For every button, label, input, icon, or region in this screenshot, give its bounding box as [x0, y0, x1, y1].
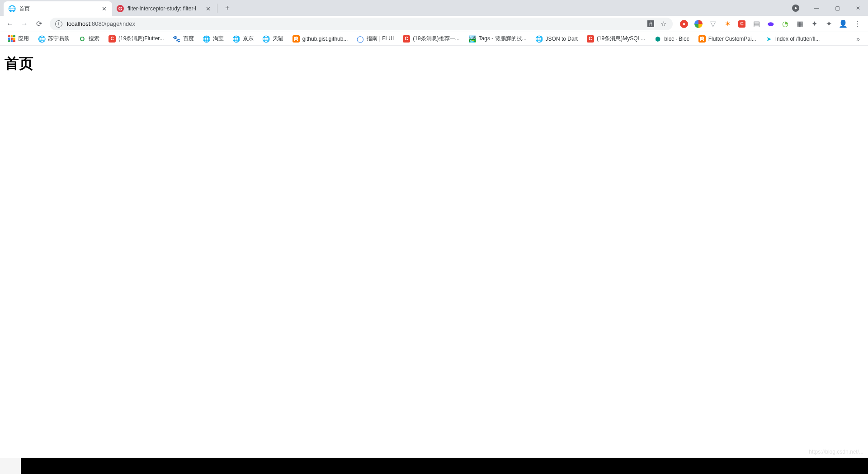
- bookmark-star-icon[interactable]: ☆: [659, 20, 667, 28]
- bookmark-apps[interactable]: 应用: [5, 33, 33, 44]
- bookmark-item[interactable]: 🏞️ Tags - 贾鹏辉的技...: [465, 33, 530, 44]
- bookmark-label: 百度: [183, 35, 194, 43]
- bookmark-label: Tags - 贾鹏辉的技...: [479, 35, 527, 43]
- extension-icon[interactable]: ▽: [709, 20, 717, 28]
- taskbar-start[interactable]: [0, 458, 21, 474]
- extension-icon[interactable]: ●: [680, 20, 688, 28]
- maximize-button[interactable]: ▢: [831, 2, 844, 14]
- bookmark-item[interactable]: 🐾 百度: [170, 33, 198, 44]
- bookmark-item[interactable]: 🌐 京东: [229, 33, 257, 44]
- globe-icon: 🌐: [233, 35, 240, 43]
- extension-icon[interactable]: C: [738, 20, 746, 28]
- bookmark-item[interactable]: O 搜索: [75, 33, 103, 44]
- extension-icon[interactable]: ⬬: [767, 20, 775, 28]
- globe-icon: 🌐: [203, 35, 210, 43]
- globe-icon: 🌐: [536, 35, 543, 43]
- csdn-icon: C: [108, 35, 116, 43]
- tags-icon: 🏞️: [469, 35, 476, 43]
- tab-inactive[interactable]: G filter-interceptor-study: filter-i ✕: [112, 1, 216, 16]
- bookmark-item[interactable]: ➤ Index of /flutter/fl...: [762, 33, 824, 44]
- bookmark-label: 京东: [243, 35, 254, 43]
- extensions-area: ● ▽ ✶ C ▤ ⬬ ◔ ▦ ✦ ✦ 👤 ⋮: [677, 20, 864, 28]
- watermark: https://blog.csdn.net/...: [809, 449, 863, 455]
- bookmark-item[interactable]: 🌐 JSON to Dart: [532, 33, 581, 44]
- bookmarks-overflow-button[interactable]: »: [853, 33, 863, 44]
- minimize-button[interactable]: —: [810, 2, 823, 14]
- tab-title: filter-interceptor-study: filter-i: [127, 5, 201, 12]
- bookmark-label: 搜索: [89, 35, 99, 43]
- flui-icon: ◯: [357, 35, 364, 43]
- extension-icon[interactable]: ✦: [810, 20, 818, 28]
- bookmark-item[interactable]: C (19条消息)MySQL...: [583, 33, 649, 44]
- bookmark-label: (19条消息)Flutter...: [118, 35, 164, 43]
- search-icon: O: [79, 35, 86, 43]
- globe-icon: 🌐: [8, 5, 15, 12]
- bookmark-label: github.gist.github...: [302, 36, 348, 42]
- bookmark-label: 指南 | FLUI: [367, 35, 394, 43]
- back-button[interactable]: ←: [4, 18, 16, 30]
- extension-icon[interactable]: ◔: [781, 20, 789, 28]
- bookmark-item[interactable]: C (19条消息)推荐一...: [399, 33, 463, 44]
- url-text: localhost:8080/page/index: [67, 20, 642, 27]
- bookmark-item[interactable]: 簡 Flutter CustomPai...: [695, 33, 760, 44]
- extension-icon[interactable]: ▦: [796, 20, 804, 28]
- reload-button[interactable]: ⟳: [33, 18, 45, 30]
- bookmark-item[interactable]: C (19条消息)Flutter...: [105, 33, 168, 44]
- bookmark-label: Flutter CustomPai...: [708, 36, 756, 42]
- bookmark-item[interactable]: ◯ 指南 | FLUI: [353, 33, 397, 44]
- bookmark-label: 应用: [18, 35, 29, 43]
- github-icon: 簡: [292, 35, 300, 43]
- csdn-icon: C: [587, 35, 594, 43]
- toolbar: ← → ⟳ i localhost:8080/page/index 🅰 ☆ ● …: [0, 16, 868, 32]
- bookmark-item[interactable]: 簡 github.gist.github...: [289, 33, 352, 44]
- page-content: 首页: [0, 46, 868, 82]
- bookmark-item[interactable]: ⬢ bloc · Bloc: [651, 33, 693, 44]
- window-controls: ● — ▢ ✕: [789, 0, 864, 16]
- bookmark-label: 苏宁易购: [48, 35, 70, 43]
- extension-icon[interactable]: ▤: [752, 20, 760, 28]
- taskbar: [0, 458, 868, 474]
- globe-icon: 🌐: [263, 35, 270, 43]
- extension-icon[interactable]: ✶: [723, 20, 731, 28]
- bookmark-item[interactable]: 🌐 淘宝: [199, 33, 227, 44]
- translate-icon[interactable]: 🅰: [646, 20, 655, 28]
- tab-strip: 🌐 首页 ✕ G filter-interceptor-study: filte…: [0, 0, 868, 16]
- bookmark-label: (19条消息)推荐一...: [413, 35, 459, 43]
- bloc-icon: ⬢: [654, 35, 661, 43]
- close-icon[interactable]: ✕: [100, 5, 108, 12]
- globe-icon: 🌐: [38, 35, 45, 43]
- bookmark-label: (19条消息)MySQL...: [597, 35, 645, 43]
- bookmark-label: 天猫: [273, 35, 283, 43]
- index-icon: ➤: [765, 35, 773, 43]
- baidu-icon: 🐾: [173, 35, 180, 43]
- bookmarks-bar: 应用 🌐 苏宁易购 O 搜索 C (19条消息)Flutter... 🐾 百度 …: [0, 32, 868, 46]
- close-icon[interactable]: ✕: [204, 5, 212, 12]
- favicon-red-icon: G: [117, 5, 124, 12]
- page-title: 首页: [5, 54, 863, 74]
- window-close-button[interactable]: ✕: [852, 2, 864, 14]
- extensions-puzzle-icon[interactable]: ✦: [825, 20, 833, 28]
- tab-title: 首页: [19, 5, 97, 13]
- bookmark-label: Index of /flutter/fl...: [775, 36, 820, 42]
- bookmark-label: bloc · Bloc: [664, 36, 689, 42]
- csdn-icon: C: [403, 35, 410, 43]
- new-tab-button[interactable]: ＋: [221, 2, 234, 14]
- apps-grid-icon: [8, 35, 15, 43]
- tab-active[interactable]: 🌐 首页 ✕: [4, 1, 112, 16]
- tab-separator: [217, 4, 217, 13]
- site-icon: 簡: [698, 35, 706, 43]
- bookmark-label: JSON to Dart: [546, 36, 578, 42]
- address-bar[interactable]: i localhost:8080/page/index 🅰 ☆: [50, 18, 673, 30]
- chrome-menu-icon[interactable]: ⋮: [854, 20, 862, 28]
- profile-avatar-icon[interactable]: 👤: [839, 20, 847, 28]
- extension-icon[interactable]: [694, 20, 703, 28]
- site-info-icon[interactable]: i: [55, 20, 62, 28]
- bookmark-item[interactable]: 🌐 天猫: [259, 33, 287, 44]
- forward-button[interactable]: →: [18, 18, 31, 30]
- bookmark-item[interactable]: 🌐 苏宁易购: [34, 33, 73, 44]
- bookmark-label: 淘宝: [213, 35, 224, 43]
- account-icon[interactable]: ●: [789, 2, 802, 14]
